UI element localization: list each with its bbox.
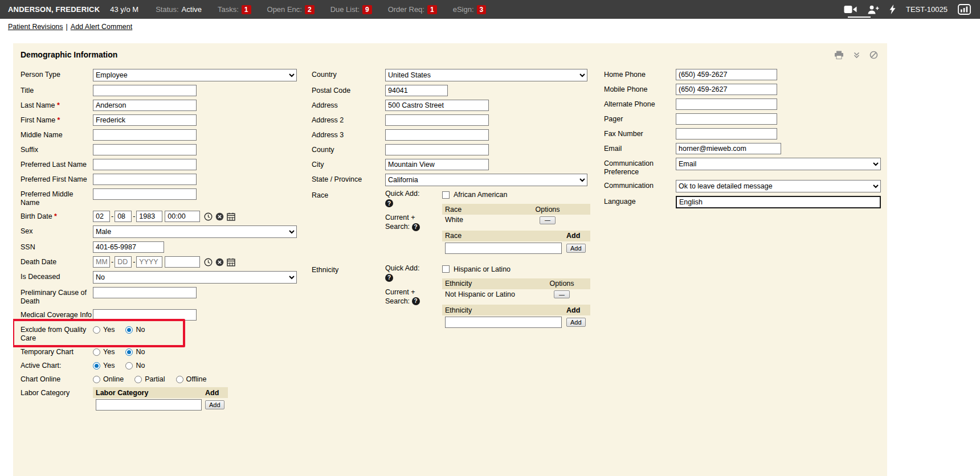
- home-phone-input[interactable]: [676, 69, 777, 80]
- field-middle-name: Middle Name: [21, 129, 312, 141]
- address-3-input[interactable]: [385, 129, 489, 141]
- death-time-input[interactable]: [165, 256, 200, 268]
- tasks-label: Tasks:: [218, 5, 239, 14]
- race-add-input[interactable]: [445, 243, 562, 254]
- calendar-icon[interactable]: [227, 212, 235, 221]
- preferred-middle-name-input[interactable]: [93, 188, 197, 200]
- chart-online-online-radio[interactable]: [93, 376, 100, 383]
- language-input[interactable]: [676, 196, 881, 208]
- add-patient-icon[interactable]: [867, 5, 879, 14]
- calendar-icon[interactable]: [227, 258, 235, 266]
- tasks-badge[interactable]: 1: [242, 5, 251, 14]
- clear-date-icon[interactable]: [215, 212, 224, 221]
- suffix-input[interactable]: [93, 144, 197, 155]
- medical-coverage-input[interactable]: [93, 309, 197, 321]
- collapse-icon[interactable]: [853, 51, 860, 59]
- communication-select[interactable]: Ok to leave detailed message: [676, 180, 881, 192]
- status-label: Status:: [156, 5, 178, 14]
- race-add-button[interactable]: Add: [566, 244, 586, 253]
- ethnicity-remove-button[interactable]: —: [554, 290, 570, 298]
- labor-category-input[interactable]: [96, 399, 202, 411]
- active-chart-yes-label: Yes: [103, 362, 115, 370]
- last-name-label-text: Last Name: [21, 101, 55, 109]
- print-icon[interactable]: [834, 51, 844, 59]
- order-req-badge[interactable]: 1: [427, 5, 437, 14]
- field-address: Address: [312, 100, 604, 111]
- active-chart-yes-radio[interactable]: [93, 362, 100, 370]
- help-icon[interactable]: ?: [412, 223, 420, 231]
- preferred-first-name-input[interactable]: [93, 174, 197, 185]
- video-camera-icon[interactable]: [844, 5, 857, 14]
- preliminary-cause-input[interactable]: [93, 287, 197, 298]
- address-2-input[interactable]: [385, 114, 489, 126]
- birth-time-input[interactable]: [165, 211, 200, 222]
- race-modes: Quick Add: ? Current + Search: ?: [385, 190, 442, 255]
- add-alert-comment-link[interactable]: Add Alert Comment: [71, 23, 132, 31]
- city-input[interactable]: [385, 159, 489, 170]
- alternate-phone-input[interactable]: [676, 99, 777, 110]
- block-icon[interactable]: [869, 51, 878, 59]
- clear-date-icon[interactable]: [215, 258, 224, 266]
- death-year-input[interactable]: [136, 256, 162, 268]
- chart-online-partial-radio[interactable]: [134, 376, 142, 383]
- mobile-phone-input[interactable]: [676, 84, 777, 95]
- due-list-badge[interactable]: 9: [362, 5, 372, 14]
- field-language: Language: [604, 196, 887, 208]
- last-name-input[interactable]: [93, 100, 197, 111]
- preferred-last-name-input[interactable]: [93, 159, 197, 170]
- patient-revisions-link[interactable]: Patient Revisions: [8, 23, 63, 31]
- chart-online-partial-label: Partial: [145, 375, 165, 383]
- field-labor-category: Labor Category Labor Category Add Add: [21, 387, 312, 412]
- help-icon[interactable]: ?: [385, 199, 393, 207]
- race-african-american-label: African American: [454, 191, 507, 199]
- first-name-input[interactable]: [93, 114, 197, 126]
- state-province-select[interactable]: California: [385, 174, 587, 186]
- active-chart-no-radio[interactable]: [125, 362, 133, 370]
- active-chart-no-label: No: [136, 362, 145, 370]
- death-day-input[interactable]: [115, 256, 132, 268]
- race-african-american-checkbox[interactable]: [442, 191, 450, 199]
- birth-month-input[interactable]: [93, 211, 110, 222]
- temporary-chart-yes-label: Yes: [103, 348, 115, 356]
- lightning-icon[interactable]: [889, 5, 896, 14]
- middle-name-input[interactable]: [93, 129, 197, 141]
- open-enc-badge[interactable]: 2: [305, 5, 315, 14]
- title-input[interactable]: [93, 85, 197, 96]
- ethnicity-add-button[interactable]: Add: [566, 318, 586, 327]
- sex-select[interactable]: Male: [93, 225, 297, 238]
- address-input[interactable]: [385, 100, 489, 111]
- chart-icon[interactable]: [958, 4, 971, 15]
- pager-input[interactable]: [676, 113, 777, 125]
- communication-preference-select[interactable]: Email: [676, 158, 881, 170]
- is-deceased-select[interactable]: No: [93, 271, 297, 284]
- ethnicity-add-input[interactable]: [445, 317, 562, 328]
- birth-year-input[interactable]: [136, 211, 162, 222]
- time-picker-icon[interactable]: [204, 212, 213, 221]
- exclude-quality-yes-radio[interactable]: [93, 326, 100, 334]
- labor-category-input-row: Add: [93, 398, 228, 412]
- death-month-input[interactable]: [93, 256, 110, 268]
- ssn-input[interactable]: [93, 241, 164, 253]
- fax-number-input[interactable]: [676, 128, 777, 139]
- country-select[interactable]: United States: [385, 69, 587, 81]
- chart-online-label: Chart Online: [21, 374, 93, 384]
- help-icon[interactable]: ?: [412, 297, 420, 305]
- postal-code-input[interactable]: [385, 85, 448, 96]
- labor-category-add-button[interactable]: Add: [205, 400, 224, 409]
- exclude-quality-no-radio[interactable]: [125, 326, 133, 334]
- temporary-chart-no-radio[interactable]: [125, 348, 133, 356]
- birth-day-input[interactable]: [115, 211, 132, 222]
- field-death-date: Death Date - -: [21, 256, 312, 268]
- required-marker: *: [57, 101, 60, 109]
- ethnicity-hispanic-checkbox[interactable]: [442, 265, 450, 273]
- esign-badge[interactable]: 3: [477, 5, 487, 14]
- help-icon[interactable]: ?: [385, 274, 393, 282]
- person-type-select[interactable]: Employee: [93, 69, 297, 81]
- temporary-chart-yes-radio[interactable]: [93, 348, 100, 356]
- chart-online-offline-radio[interactable]: [176, 376, 183, 383]
- county-input[interactable]: [385, 144, 489, 155]
- time-picker-icon[interactable]: [204, 258, 213, 266]
- field-temporary-chart: Temporary Chart Yes No: [21, 346, 312, 356]
- race-remove-button[interactable]: —: [540, 216, 556, 224]
- email-input[interactable]: [676, 143, 781, 154]
